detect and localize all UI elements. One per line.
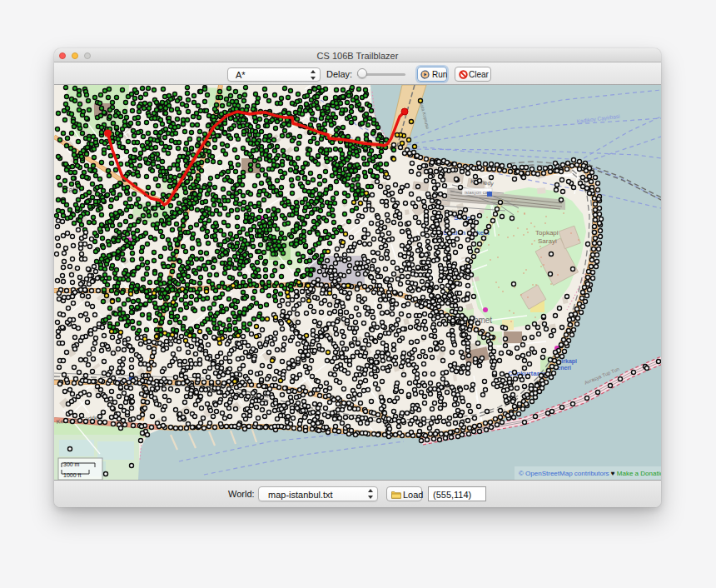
svg-text:1000 ft: 1000 ft: [63, 472, 81, 478]
svg-text:300 m: 300 m: [63, 461, 80, 467]
svg-text:Topkapi: Topkapi: [535, 229, 559, 237]
svg-text:© OpenStreetMap contributors ♥: © OpenStreetMap contributors ♥ Make a Do…: [519, 470, 661, 477]
svg-text:Sarayi: Sarayi: [538, 237, 557, 245]
